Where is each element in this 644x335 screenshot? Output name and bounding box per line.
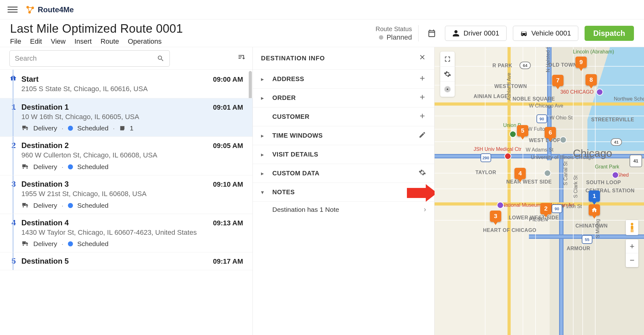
map-fullscreen-button[interactable]: [440, 52, 455, 67]
chevron-right-icon: ▸: [261, 76, 267, 83]
info-row-address[interactable]: ▸ADDRESS: [253, 70, 434, 89]
dispatch-button[interactable]: Dispatch: [585, 26, 634, 41]
map-pin[interactable]: 4: [514, 168, 526, 179]
stop-status: Scheduled: [77, 124, 108, 132]
map-label: Northwe School o: [614, 96, 644, 102]
map-pin[interactable]: 3: [490, 211, 501, 222]
poi-icon: [560, 136, 567, 143]
menu-file[interactable]: File: [10, 37, 21, 46]
menu-route[interactable]: Route: [101, 37, 119, 46]
info-row-label: NOTES: [272, 189, 295, 196]
menu-view[interactable]: View: [51, 37, 65, 46]
route-status-value: Planned: [386, 33, 412, 42]
stop-status: Scheduled: [77, 240, 108, 248]
info-row-custom-data[interactable]: ▸CUSTOM DATA: [253, 164, 434, 183]
map-label: W Ohio St: [550, 115, 573, 121]
search-placeholder: Search: [15, 54, 37, 63]
info-row-label: TIME WINDOWS: [272, 132, 323, 139]
sort-button[interactable]: [237, 53, 246, 64]
truck-icon: [21, 124, 29, 132]
svg-point-4: [631, 223, 633, 225]
note-icon: [119, 125, 125, 131]
highway-shield-icon: 41: [611, 138, 622, 146]
search-input[interactable]: Search: [9, 50, 170, 67]
map-pin[interactable]: 1: [589, 190, 600, 202]
map-canvas[interactable]: Chicago Lincoln (Abraham)OLD TOWNR PARKW…: [435, 47, 644, 335]
info-row-label: CUSTOMER: [272, 113, 309, 120]
info-row-label: ORDER: [272, 94, 296, 102]
menu-operations[interactable]: Operations: [128, 37, 162, 46]
stop-tag: Delivery: [33, 202, 57, 209]
calendar-button[interactable]: [425, 26, 439, 40]
stop-address: 960 W Cullerton St, Chicago, IL 60608, U…: [21, 151, 197, 160]
map-pin[interactable]: 2: [540, 203, 552, 214]
stop-row[interactable]: 4Destination 409:13 AM1430 W Taylor St, …: [0, 214, 253, 253]
plus-button[interactable]: [419, 74, 426, 84]
poi-icon: [544, 170, 551, 177]
search-icon: [157, 55, 164, 62]
map-pin[interactable]: 9: [575, 57, 587, 68]
map-label: JSH Univ Medical Ctr: [474, 146, 521, 152]
status-dot-icon: [68, 203, 73, 208]
stop-row[interactable]: 2Destination 209:05 AM960 W Cullerton St…: [0, 137, 253, 175]
map-pin[interactable]: 5: [517, 125, 528, 136]
close-panel-button[interactable]: [419, 53, 426, 63]
driver-selector[interactable]: Driver 0001: [445, 26, 507, 41]
stop-name: Destination 5: [21, 257, 69, 266]
info-row-label: ADDRESS: [272, 75, 304, 83]
stop-row[interactable]: 1Destination 109:01 AM10 W 16th St, Chic…: [0, 98, 253, 137]
hamburger-menu[interactable]: [8, 5, 18, 15]
map-locate-button[interactable]: [440, 82, 455, 97]
status-dot-icon: [68, 241, 73, 246]
map-label: HEART OF CHICAGO: [483, 228, 536, 233]
poi-icon: [504, 153, 511, 160]
map-label: Grant Park: [595, 164, 619, 170]
brand-logo[interactable]: Route4Me: [25, 5, 74, 15]
stop-time: 09:17 AM: [213, 257, 243, 266]
info-row-customer[interactable]: ▸CUSTOMER: [253, 107, 434, 126]
gear-button[interactable]: [419, 169, 426, 178]
map-settings-button[interactable]: [440, 67, 455, 82]
map-label: TAYLOR: [475, 170, 496, 175]
chevron-down-icon: ▾: [261, 189, 267, 196]
stop-tag: Delivery: [33, 163, 57, 171]
zoom-in-button[interactable]: +: [626, 239, 638, 253]
stop-row[interactable]: 5Destination 509:17 AM: [0, 252, 253, 270]
svg-rect-6: [631, 229, 632, 232]
brand-name: Route4Me: [38, 5, 74, 14]
plus-button[interactable]: [419, 112, 426, 122]
status-dot-icon: [379, 35, 383, 40]
map-label: OLD TOWN: [548, 62, 577, 68]
driver-label: Driver 0001: [464, 29, 499, 37]
map-label: 360 CHICAGO: [560, 89, 594, 95]
chevron-right-icon: ▸: [261, 95, 267, 102]
map-label: NEAR WEST SIDE: [506, 179, 552, 185]
menu-insert[interactable]: Insert: [75, 37, 92, 46]
map-pin-home[interactable]: [589, 204, 600, 216]
map-pin[interactable]: 8: [586, 74, 597, 85]
zoom-out-button[interactable]: −: [626, 253, 638, 267]
notes-subtext: Destination has 1 Note: [272, 206, 339, 213]
plus-button[interactable]: [419, 93, 426, 103]
menu-edit[interactable]: Edit: [30, 37, 42, 46]
stop-name: Destination 1: [21, 103, 69, 112]
vehicle-label: Vehicle 0001: [531, 29, 571, 37]
stop-address: 10 W 16th St, Chicago, IL 60605, USA: [21, 112, 197, 122]
map-pin[interactable]: 7: [552, 75, 564, 86]
notes-subtext-row[interactable]: Destination has 1 Note›: [253, 202, 434, 217]
map-pin[interactable]: 6: [545, 127, 556, 138]
info-row-order[interactable]: ▸ORDER: [253, 89, 434, 107]
pencil-button[interactable]: [419, 131, 426, 140]
pegman-button[interactable]: [626, 220, 638, 235]
stop-row[interactable]: 3Destination 309:10 AM1955 W 21st St, Ch…: [0, 175, 253, 214]
truck-icon: [21, 240, 29, 248]
map-label: Lincoln (Abraham): [573, 49, 614, 55]
stop-row[interactable]: Start09:00 AM2105 S State St, Chicago, I…: [0, 70, 253, 98]
highway-shield-icon: 90: [552, 204, 562, 213]
stop-name: Destination 3: [21, 180, 69, 189]
info-row-time-windows[interactable]: ▸TIME WINDOWS: [253, 126, 434, 145]
vehicle-selector[interactable]: Vehicle 0001: [513, 26, 578, 41]
info-row-visit-details[interactable]: ▸VISIT DETAILS: [253, 145, 434, 164]
stop-time: 09:10 AM: [213, 180, 243, 189]
poi-icon: [612, 172, 619, 178]
